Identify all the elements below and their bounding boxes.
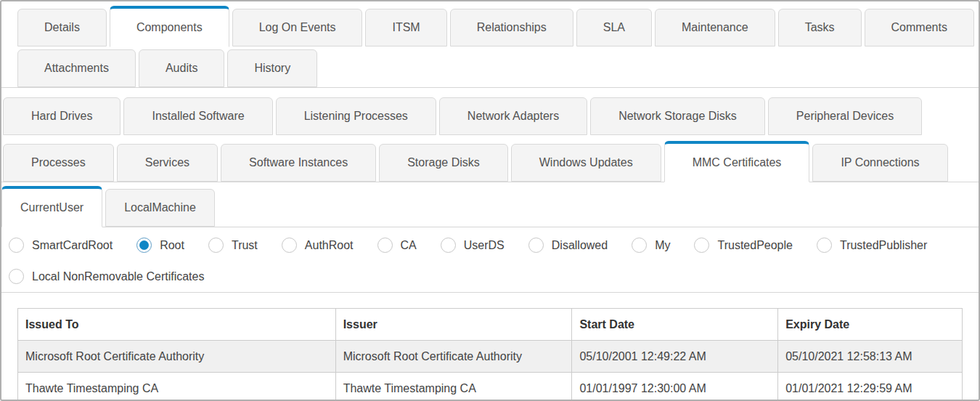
- tab-network-storage-disks[interactable]: Network Storage Disks: [590, 97, 765, 135]
- main-tabs: DetailsComponentsLog On EventsITSMRelati…: [1, 1, 979, 88]
- tab-tasks[interactable]: Tasks: [778, 9, 862, 46]
- radio-option-trust[interactable]: Trust: [208, 238, 258, 253]
- radio-row: Local NonRemovable Certificates: [9, 269, 979, 284]
- radio-label: Root: [160, 239, 184, 252]
- radio-icon[interactable]: [632, 238, 647, 253]
- tab-network-adapters[interactable]: Network Adapters: [439, 97, 587, 135]
- radio-icon[interactable]: [208, 238, 224, 253]
- tab-row: Hard DrivesInstalled SoftwareListening P…: [3, 94, 973, 135]
- radio-option-local-nonremovable-certificates[interactable]: Local NonRemovable Certificates: [9, 269, 204, 284]
- radio-option-my[interactable]: My: [632, 238, 670, 253]
- column-header-issuer: Issuer: [335, 309, 572, 341]
- radio-option-root[interactable]: Root: [136, 238, 184, 253]
- tab-details[interactable]: Details: [17, 9, 107, 46]
- radio-icon[interactable]: [441, 238, 456, 253]
- tab-mmc-certificates[interactable]: MMC Certificates: [664, 141, 810, 182]
- table-header-row: Issued ToIssuerStart DateExpiry Date: [18, 309, 963, 341]
- tab-history[interactable]: History: [227, 49, 317, 87]
- table-cell: 05/10/2001 12:49:22 AM: [572, 341, 778, 373]
- tab-maintenance[interactable]: Maintenance: [655, 9, 775, 46]
- tab-sla[interactable]: SLA: [576, 9, 652, 46]
- radio-icon[interactable]: [694, 238, 709, 253]
- column-header-start-date: Start Date: [572, 309, 778, 341]
- tab-software-instances[interactable]: Software Instances: [221, 144, 376, 182]
- tab-row: CurrentUserLocalMachine: [1, 186, 973, 227]
- tab-itsm[interactable]: ITSM: [365, 9, 446, 46]
- tab-row: ProcessesServicesSoftware InstancesStora…: [3, 141, 973, 182]
- radio-icon[interactable]: [377, 238, 393, 253]
- table-cell: Microsoft Root Certificate Authority: [335, 341, 572, 373]
- radio-option-disallowed[interactable]: Disallowed: [528, 238, 608, 253]
- radio-icon[interactable]: [282, 238, 297, 253]
- radio-option-smartcardroot[interactable]: SmartCardRoot: [9, 238, 113, 253]
- table-cell: Thawte Timestamping CA: [18, 373, 336, 401]
- radio-icon[interactable]: [9, 269, 24, 284]
- tab-ip-connections[interactable]: IP Connections: [812, 144, 947, 182]
- radio-option-trustedpeople[interactable]: TrustedPeople: [694, 238, 792, 253]
- tab-relationships[interactable]: Relationships: [450, 9, 573, 46]
- radio-selected-icon[interactable]: [136, 238, 152, 253]
- component-tabs: Hard DrivesInstalled SoftwareListening P…: [1, 88, 979, 182]
- tab-processes[interactable]: Processes: [3, 144, 114, 182]
- radio-label: CA: [401, 239, 417, 252]
- radio-label: AuthRoot: [305, 239, 354, 252]
- tab-log-on-events[interactable]: Log On Events: [232, 9, 363, 46]
- certificates-table-wrap: Issued ToIssuerStart DateExpiry DateMicr…: [17, 308, 963, 401]
- tab-hard-drives[interactable]: Hard Drives: [3, 97, 121, 135]
- tab-row: DetailsComponentsLog On EventsITSMRelati…: [17, 6, 973, 46]
- tab-storage-disks[interactable]: Storage Disks: [379, 144, 508, 182]
- radio-label: UserDS: [464, 239, 505, 252]
- table-cell: Thawte Timestamping CA: [335, 373, 572, 401]
- table-cell: 05/10/2021 12:58:13 AM: [778, 341, 963, 373]
- radio-label: My: [655, 239, 670, 252]
- tab-services[interactable]: Services: [117, 144, 218, 182]
- tab-components[interactable]: Components: [110, 6, 229, 47]
- radio-label: TrustedPeople: [717, 239, 792, 252]
- radio-option-trustedpublisher[interactable]: TrustedPublisher: [817, 238, 927, 253]
- column-header-expiry-date: Expiry Date: [778, 309, 963, 341]
- radio-label: Local NonRemovable Certificates: [32, 270, 204, 283]
- radio-option-ca[interactable]: CA: [377, 238, 417, 253]
- radio-icon[interactable]: [528, 238, 544, 253]
- tab-comments[interactable]: Comments: [865, 9, 974, 46]
- asset-components-page: DetailsComponentsLog On EventsITSMRelati…: [0, 0, 980, 401]
- tab-peripheral-devices[interactable]: Peripheral Devices: [768, 97, 922, 135]
- table-cell: 01/01/2021 12:29:59 AM: [778, 373, 963, 401]
- table-row: Microsoft Root Certificate AuthorityMicr…: [18, 341, 963, 373]
- tab-listening-processes[interactable]: Listening Processes: [276, 97, 436, 135]
- tab-currentuser[interactable]: CurrentUser: [1, 186, 102, 227]
- tab-attachments[interactable]: Attachments: [17, 49, 136, 87]
- column-header-issued-to: Issued To: [18, 309, 336, 341]
- radio-label: Disallowed: [552, 239, 608, 252]
- radio-row: SmartCardRootRootTrustAuthRootCAUserDSDi…: [9, 238, 979, 253]
- tab-installed-software[interactable]: Installed Software: [123, 97, 272, 135]
- radio-icon[interactable]: [9, 238, 24, 253]
- tab-windows-updates[interactable]: Windows Updates: [511, 144, 661, 182]
- tab-audits[interactable]: Audits: [139, 49, 224, 87]
- table-row: Thawte Timestamping CAThawte Timestampin…: [18, 373, 963, 401]
- certificate-scope-tabs: CurrentUserLocalMachine: [1, 182, 979, 227]
- tab-row: AttachmentsAuditsHistory: [17, 46, 973, 87]
- table-cell: Microsoft Root Certificate Authority: [18, 341, 336, 373]
- radio-label: SmartCardRoot: [32, 239, 113, 252]
- radio-option-userds[interactable]: UserDS: [441, 238, 505, 253]
- tab-localmachine[interactable]: LocalMachine: [105, 189, 215, 227]
- table-cell: 01/01/1997 12:30:00 AM: [572, 373, 778, 401]
- radio-option-authroot[interactable]: AuthRoot: [282, 238, 354, 253]
- radio-label: TrustedPublisher: [840, 239, 927, 252]
- radio-label: Trust: [232, 239, 258, 252]
- certificate-store-options: SmartCardRootRootTrustAuthRootCAUserDSDi…: [1, 227, 979, 293]
- certificates-table: Issued ToIssuerStart DateExpiry DateMicr…: [17, 308, 963, 401]
- radio-icon[interactable]: [817, 238, 832, 253]
